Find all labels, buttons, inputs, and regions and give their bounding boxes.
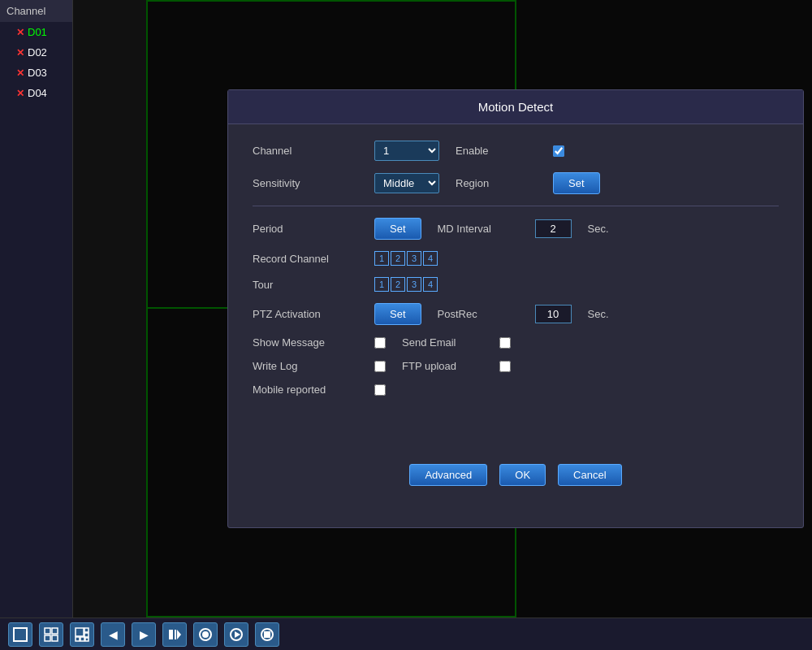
- md-interval-input[interactable]: [535, 219, 572, 238]
- write-log-checkbox[interactable]: [374, 361, 386, 372]
- error-icon-d04: ✕: [16, 88, 24, 99]
- postrec-input[interactable]: [535, 305, 572, 323]
- modal-title: Motion Detect: [228, 90, 803, 124]
- ftp-upload-checkbox[interactable]: [499, 361, 511, 372]
- mobile-reported-label: Mobile reported: [253, 384, 358, 396]
- modal-overlay: Motion Detect Channel 1 2 3 4 Enable: [146, 0, 812, 618]
- channel-select[interactable]: 1 2 3 4: [374, 141, 439, 161]
- tour-ch-3[interactable]: 3: [407, 277, 421, 292]
- region-label: Region: [456, 177, 537, 189]
- send-email-checkbox[interactable]: [499, 337, 511, 349]
- sensitivity-row: Sensitivity Low Middle High Region Set: [253, 172, 779, 194]
- divider: [253, 206, 779, 206]
- play-btn[interactable]: [162, 622, 187, 647]
- tour-label: Tour: [253, 279, 358, 291]
- sensitivity-label: Sensitivity: [253, 177, 358, 189]
- md-interval-unit: Sec.: [588, 223, 609, 235]
- md-interval-label: MD Interval: [438, 223, 519, 235]
- period-row: Period Set MD Interval Sec.: [253, 218, 779, 240]
- advanced-button[interactable]: Advanced: [409, 464, 487, 486]
- sensitivity-select[interactable]: Low Middle High: [374, 173, 439, 193]
- main-area: Motion Detect Channel 1 2 3 4 Enable: [73, 0, 812, 618]
- ptz-set-button[interactable]: Set: [374, 303, 421, 325]
- write-log-row: Write Log FTP upload: [253, 360, 779, 372]
- error-icon-d02: ✕: [16, 47, 24, 58]
- sidebar-item-d03[interactable]: ✕ D03: [0, 63, 72, 83]
- single-view-btn[interactable]: [8, 622, 32, 647]
- write-log-label: Write Log: [253, 360, 358, 372]
- svg-rect-8: [76, 637, 80, 641]
- prev-btn[interactable]: ◀: [101, 622, 125, 647]
- postrec-unit: Sec.: [588, 308, 609, 320]
- stop-btn[interactable]: [255, 622, 279, 647]
- multi-view-btn[interactable]: [70, 622, 94, 647]
- cancel-button[interactable]: Cancel: [558, 464, 621, 486]
- channel-label: Channel: [253, 145, 358, 157]
- show-message-checkbox[interactable]: [374, 337, 386, 349]
- tour-numbers: 1 2 3 4: [374, 277, 438, 292]
- svg-rect-1: [45, 628, 50, 634]
- svg-rect-12: [175, 630, 176, 639]
- record-ch-2[interactable]: 2: [391, 251, 405, 266]
- sidebar-header: Channel: [0, 0, 72, 22]
- svg-rect-4: [52, 635, 58, 641]
- svg-rect-11: [169, 630, 173, 639]
- tour-ch-2[interactable]: 2: [391, 277, 405, 292]
- motion-detect-modal: Motion Detect Channel 1 2 3 4 Enable: [227, 89, 804, 528]
- svg-rect-3: [45, 635, 50, 641]
- svg-rect-10: [85, 638, 89, 641]
- send-email-label: Send Email: [402, 336, 483, 349]
- modal-footer: Advanced OK Cancel: [228, 448, 803, 502]
- ptz-row: PTZ Activation Set PostRec Sec.: [253, 303, 779, 325]
- svg-rect-5: [76, 628, 84, 636]
- channel-label-d02: D02: [28, 46, 47, 58]
- bottom-toolbar: ◀ ▶: [0, 618, 812, 650]
- prev-icon: ◀: [109, 628, 118, 641]
- postrec-label: PostRec: [438, 308, 519, 320]
- record-ch-3[interactable]: 3: [407, 251, 421, 266]
- play2-btn[interactable]: [224, 622, 248, 647]
- error-icon-d03: ✕: [16, 67, 24, 79]
- show-message-label: Show Message: [253, 336, 358, 349]
- svg-marker-13: [177, 630, 181, 639]
- channel-label-d01: D01: [28, 26, 47, 38]
- record-ch-1[interactable]: 1: [374, 251, 389, 266]
- enable-checkbox[interactable]: [553, 145, 564, 157]
- channel-label-d03: D03: [28, 67, 47, 79]
- channel-row: Channel 1 2 3 4 Enable: [253, 141, 779, 161]
- record-channel-numbers: 1 2 3 4: [374, 251, 438, 266]
- svg-marker-17: [235, 631, 240, 638]
- sidebar-item-d04[interactable]: ✕ D04: [0, 83, 72, 103]
- enable-label: Enable: [456, 145, 537, 157]
- next-btn[interactable]: ▶: [132, 622, 156, 647]
- quad-view-btn[interactable]: [39, 622, 63, 647]
- period-label: Period: [253, 223, 358, 235]
- mobile-reported-checkbox[interactable]: [374, 384, 386, 396]
- tour-row: Tour 1 2 3 4: [253, 277, 779, 292]
- svg-rect-9: [80, 637, 84, 641]
- channel-label-d04: D04: [28, 87, 47, 99]
- record-channel-row: Record Channel 1 2 3 4: [253, 251, 779, 266]
- circle-record-btn[interactable]: [193, 622, 218, 647]
- svg-rect-2: [52, 628, 58, 634]
- modal-body: Channel 1 2 3 4 Enable Sensitivity Low: [228, 124, 803, 423]
- ptz-label: PTZ Activation: [253, 308, 358, 320]
- tour-ch-4[interactable]: 4: [423, 277, 438, 292]
- sidebar-item-d02[interactable]: ✕ D02: [0, 42, 72, 63]
- region-set-button[interactable]: Set: [553, 172, 600, 194]
- record-ch-4[interactable]: 4: [423, 251, 438, 266]
- ftp-upload-label: FTP upload: [402, 360, 483, 372]
- svg-rect-6: [84, 628, 89, 632]
- sidebar-title: Channel: [6, 5, 45, 17]
- show-message-row: Show Message Send Email: [253, 336, 779, 349]
- svg-rect-19: [264, 631, 270, 638]
- svg-point-15: [202, 631, 209, 638]
- sidebar: Channel ✕ D01 ✕ D02 ✕ D03 ✕ D04: [0, 0, 73, 618]
- next-icon: ▶: [140, 628, 149, 641]
- record-channel-label: Record Channel: [253, 253, 358, 265]
- ok-button[interactable]: OK: [499, 464, 546, 486]
- tour-ch-1[interactable]: 1: [374, 277, 389, 292]
- error-icon-d01: ✕: [16, 27, 24, 38]
- sidebar-item-d01[interactable]: ✕ D01: [0, 22, 72, 42]
- period-set-button[interactable]: Set: [374, 218, 421, 240]
